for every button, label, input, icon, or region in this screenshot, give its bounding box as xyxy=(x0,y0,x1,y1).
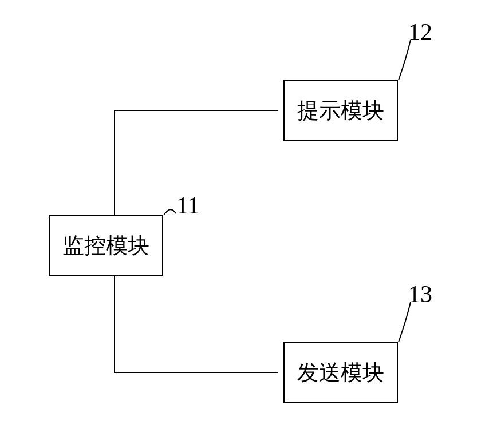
send-module-box: 发送模块 xyxy=(283,342,398,403)
ref-label-11: 11 xyxy=(176,192,199,219)
ref-label-13: 13 xyxy=(408,280,432,308)
monitor-module-label: 监控模块 xyxy=(62,231,149,260)
send-module-label: 发送模块 xyxy=(297,358,384,387)
ref-label-12: 12 xyxy=(408,18,432,46)
monitor-module-box: 监控模块 xyxy=(49,215,163,276)
block-diagram: 监控模块 提示模块 发送模块 11 12 13 xyxy=(0,0,489,448)
prompt-module-box: 提示模块 xyxy=(283,80,398,141)
prompt-module-label: 提示模块 xyxy=(297,96,384,125)
